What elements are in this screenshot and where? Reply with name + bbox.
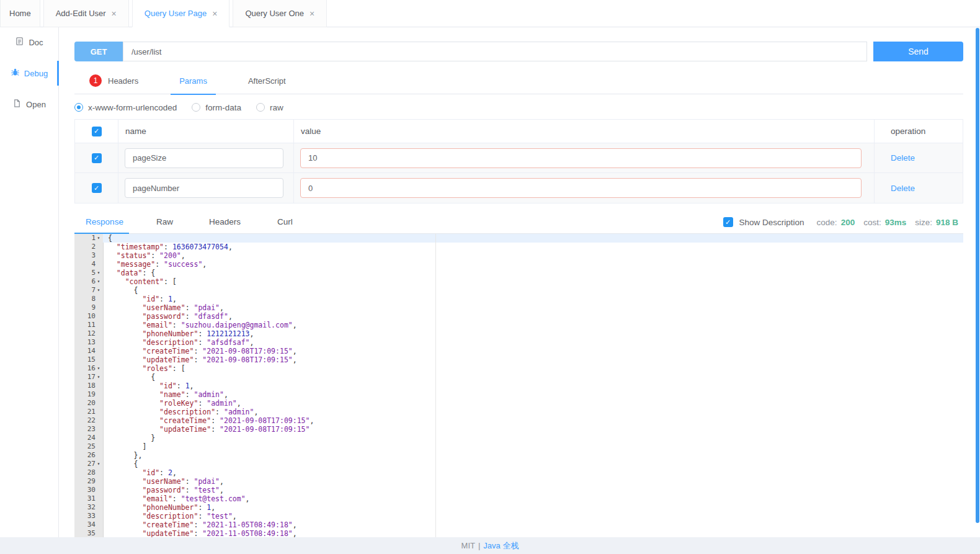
token: : xyxy=(172,494,181,503)
token: : xyxy=(185,390,194,399)
fold-arrow-icon[interactable]: ▾ xyxy=(96,373,102,382)
footer-link[interactable]: Java 全栈 xyxy=(483,540,519,552)
radio-form-data[interactable]: form-data xyxy=(192,103,241,112)
send-button[interactable]: Send xyxy=(873,42,963,61)
token: "admin" xyxy=(207,399,236,408)
scrollbar-thumb[interactable] xyxy=(976,28,979,523)
token: "roles" xyxy=(108,364,172,373)
line-number: 9 xyxy=(74,303,103,312)
token: , xyxy=(250,329,254,338)
token: 1636073477054 xyxy=(172,243,228,251)
editor-line: 25 ] xyxy=(74,442,963,451)
response-tab-response[interactable]: Response xyxy=(74,211,135,234)
editor-line: 5▾ "data": { xyxy=(74,269,963,277)
sidebar-item-label: Open xyxy=(26,100,46,109)
editor-line: 22 "createTime": "2021-09-08T17:09:15", xyxy=(74,416,963,425)
editor-line: 20 "roleKey": "admin", xyxy=(74,399,963,408)
row-checkbox[interactable]: ✓ xyxy=(92,153,102,163)
method-select[interactable]: GET xyxy=(74,42,123,61)
token: , xyxy=(172,468,177,477)
fold-arrow-icon[interactable]: ▾ xyxy=(96,234,102,243)
token: : xyxy=(164,243,172,251)
line-number-text: 21 xyxy=(87,408,96,416)
fold-arrow-icon[interactable]: ▾ xyxy=(96,277,102,286)
line-number: 31 xyxy=(74,494,103,503)
tab-query-user-one[interactable]: Query User One× xyxy=(233,0,327,27)
token: , xyxy=(310,416,314,425)
radio-x-www-form-urlencoded[interactable]: x-www-form-urlencoded xyxy=(74,103,177,112)
token: "test" xyxy=(207,512,233,520)
param-name-input[interactable] xyxy=(125,148,283,168)
json-response-editor[interactable]: 1▾{2 "timestamp": 1636073477054,3 "statu… xyxy=(74,234,963,537)
tab-headers-label: Headers xyxy=(108,76,138,86)
tab-add-edit-user[interactable]: Add-Edit User× xyxy=(43,0,129,27)
line-number: 10 xyxy=(74,312,103,321)
param-name-input[interactable] xyxy=(125,178,283,198)
fold-arrow-icon[interactable]: ▾ xyxy=(96,364,102,373)
tab-headers[interactable]: 1 Headers xyxy=(86,68,142,94)
fold-arrow-icon[interactable]: ▾ xyxy=(96,269,102,277)
token: "2021-11-05T08:49:18" xyxy=(202,529,292,537)
footer-separator: | xyxy=(478,541,480,550)
editor-line: 30 "password": "test", xyxy=(74,486,963,494)
row-checkbox[interactable]: ✓ xyxy=(92,183,102,193)
editor-line: 4 "message": "success", xyxy=(74,260,963,269)
token: : xyxy=(198,399,207,408)
row-value-cell xyxy=(294,173,875,203)
close-icon[interactable]: × xyxy=(212,9,217,18)
token: { xyxy=(108,373,155,382)
fold-arrow-icon[interactable]: ▾ xyxy=(96,460,102,468)
editor-line: 11 "email": "suzhou.daipeng@gmail.com", xyxy=(74,321,963,329)
tab-query-user-page[interactable]: Query User Page× xyxy=(132,0,230,27)
select-all-checkbox[interactable]: ✓ xyxy=(92,127,102,136)
token: { xyxy=(108,234,112,243)
sidebar-item-open[interactable]: Open xyxy=(0,91,58,118)
code-text: "roleKey": "admin", xyxy=(103,399,963,408)
url-input[interactable] xyxy=(123,42,867,61)
code-text: }, xyxy=(103,451,963,460)
param-value-input[interactable] xyxy=(300,178,862,198)
sidebar-item-debug[interactable]: Debug xyxy=(0,60,58,87)
tab-params[interactable]: Params xyxy=(176,68,211,94)
code-text: "id": 2, xyxy=(103,468,963,477)
delete-link[interactable]: Delete xyxy=(891,153,915,163)
token: , xyxy=(254,408,258,416)
tab-home[interactable]: Home xyxy=(0,0,40,27)
editor-line: 16▾ "roles": [ xyxy=(74,364,963,373)
line-number: 6▾ xyxy=(74,277,103,286)
close-icon[interactable]: × xyxy=(112,9,117,18)
close-icon[interactable]: × xyxy=(310,9,314,18)
radio-raw[interactable]: raw xyxy=(256,103,283,112)
token: "status" xyxy=(108,251,151,260)
param-value-input[interactable] xyxy=(300,148,862,168)
show-description-checkbox[interactable]: ✓ xyxy=(723,217,733,227)
line-number-text: 22 xyxy=(87,416,96,425)
fold-arrow-icon[interactable]: ▾ xyxy=(96,286,102,295)
code-text: "status": "200", xyxy=(103,251,963,260)
tab-afterscript-label: AfterScript xyxy=(248,76,286,86)
tab-afterscript[interactable]: AfterScript xyxy=(244,68,290,94)
delete-link[interactable]: Delete xyxy=(891,184,915,193)
token: , xyxy=(250,338,254,347)
line-number: 14 xyxy=(74,347,103,355)
response-tab-raw[interactable]: Raw xyxy=(135,211,195,234)
editor-splitter[interactable] xyxy=(435,234,436,537)
line-number: 19 xyxy=(74,390,103,399)
token: "pdai" xyxy=(194,303,220,312)
sidebar-item-doc[interactable]: Doc xyxy=(0,29,58,56)
token: : xyxy=(185,486,194,494)
line-number: 33 xyxy=(74,512,103,520)
response-tab-curl[interactable]: Curl xyxy=(255,211,315,234)
line-number: 20 xyxy=(74,399,103,408)
body-type-radios: x-www-form-urlencodedform-dataraw xyxy=(74,96,963,119)
token: "admin" xyxy=(194,390,223,399)
response-tab-headers[interactable]: Headers xyxy=(195,211,255,234)
code-text: "updateTime": "2021-09-08T17:09:15", xyxy=(103,355,963,364)
code-text: "updateTime": "2021-11-05T08:49:18", xyxy=(103,529,963,537)
code-text: "updateTime": "2021-09-08T17:09:15" xyxy=(103,425,963,434)
table-row: ✓Delete xyxy=(75,143,963,173)
row-select-cell: ✓ xyxy=(75,143,118,172)
sidebar-item-label: Doc xyxy=(29,38,43,47)
token: : xyxy=(194,520,202,529)
editor-line: 6▾ "content": [ xyxy=(74,277,963,286)
